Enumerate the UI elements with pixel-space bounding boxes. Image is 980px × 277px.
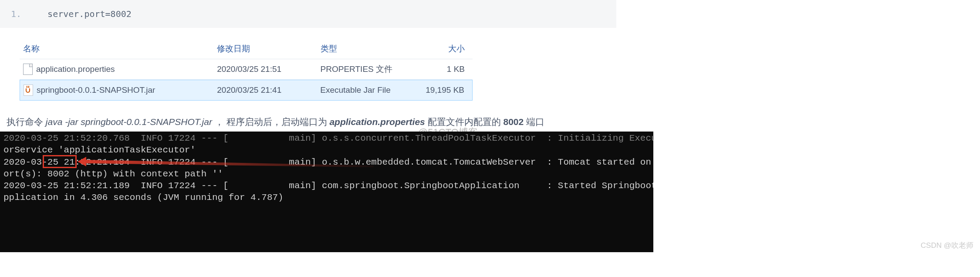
file-name: springboot-0.0.1-SNAPSHOT.jar: [37, 85, 155, 95]
console-output: 2020-03-25 21:52:20.768 INFO 17224 --- […: [0, 132, 653, 252]
column-header-size[interactable]: 大小: [413, 43, 469, 54]
console-line: 2020-03-25 21:52:20.768 INFO 17224 --- […: [3, 133, 653, 143]
column-header-type[interactable]: 类型: [321, 43, 413, 54]
column-header-modified[interactable]: 修改日期: [217, 43, 320, 54]
file-modified: 2020/03/25 21:51: [217, 64, 320, 74]
console-line: ort(s): 8002 (http) with context path '': [3, 169, 223, 179]
desc-prefix: 执行命令: [7, 117, 46, 127]
file-name: application.properties: [36, 64, 115, 74]
desc-filename: application.properties: [329, 117, 425, 127]
console-line: 2020-03-25 21:52:21.189 INFO 17224 --- […: [3, 181, 653, 191]
file-row[interactable]: application.properties 2020/03/25 21:51 …: [20, 59, 473, 80]
file-type: PROPERTIES 文件: [321, 64, 413, 75]
code-block: 1. server.port=8002: [0, 0, 616, 28]
desc-mid2: 配置文件内配置的: [425, 117, 504, 127]
desc-port: 8002: [503, 117, 524, 127]
file-modified: 2020/03/25 21:41: [217, 85, 320, 95]
file-row[interactable]: springboot-0.0.1-SNAPSHOT.jar 2020/03/25…: [20, 80, 473, 101]
code-content: server.port=8002: [47, 9, 132, 19]
file-type: Executable Jar File: [320, 85, 412, 95]
document-icon: [23, 64, 33, 75]
file-size: 1 KB: [413, 64, 469, 74]
highlight-box: [43, 155, 77, 168]
description-text: 执行命令 java -jar springboot-0.0.1-SNAPSHOT…: [7, 116, 980, 128]
csdn-watermark: CSDN @吹老师: [921, 240, 973, 250]
jar-icon: [24, 84, 33, 96]
file-header-row: 名称 修改日期 类型 大小: [20, 39, 473, 59]
code-line-number: 1.: [11, 9, 21, 19]
column-header-name[interactable]: 名称: [23, 43, 217, 54]
file-size: 19,195 KB: [413, 85, 469, 95]
desc-command: java -jar springboot-0.0.1-SNAPSHOT.jar: [46, 117, 212, 127]
desc-suffix: 端口: [524, 117, 544, 127]
console-line: orService 'applicationTaskExecutor': [3, 145, 196, 155]
desc-mid1: ， 程序启动后，启动端口为: [212, 117, 330, 127]
file-explorer: 名称 修改日期 类型 大小 application.properties 202…: [20, 39, 473, 101]
console-line: 2020-03-25 21:52:21.184 INFO 17224 --- […: [3, 157, 653, 167]
console-line: pplication in 4.306 seconds (JVM running…: [3, 193, 284, 203]
